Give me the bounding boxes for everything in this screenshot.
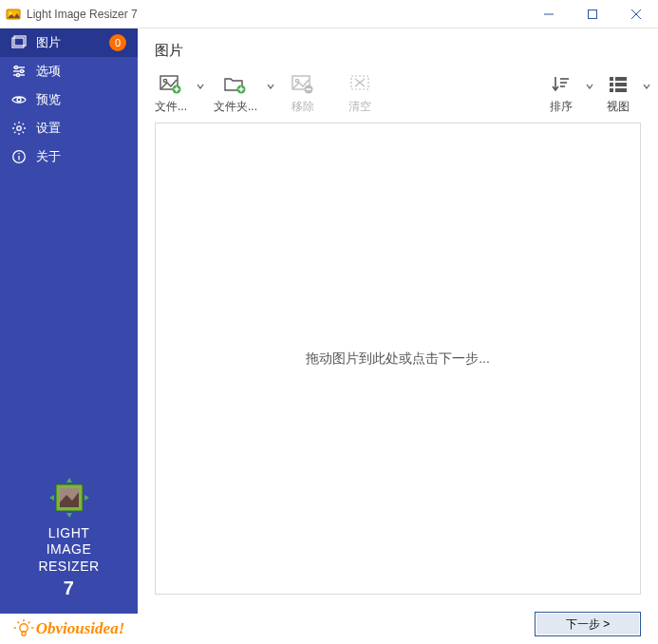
- svg-point-12: [21, 70, 24, 73]
- product-name-line1: LIGHT: [0, 525, 138, 542]
- sidebar-item-images[interactable]: 图片 0: [0, 28, 138, 57]
- app-icon: [6, 7, 21, 22]
- svg-point-18: [18, 153, 20, 155]
- toolbar-label: 清空: [348, 99, 371, 115]
- product-logo: LIGHT IMAGE RESIZER 7: [0, 476, 138, 615]
- svg-rect-3: [589, 10, 597, 19]
- product-version: 7: [0, 577, 138, 600]
- svg-point-14: [17, 98, 21, 102]
- sidebar-item-preview[interactable]: 预览: [0, 85, 138, 114]
- sidebar-item-label: 设置: [36, 120, 61, 137]
- sliders-icon: [11, 64, 27, 79]
- lightbulb-icon: [13, 618, 34, 639]
- clear-button[interactable]: 清空: [341, 73, 379, 115]
- gear-icon: [11, 121, 27, 136]
- maximize-button[interactable]: [571, 0, 614, 28]
- sidebar-item-label: 关于: [36, 148, 61, 165]
- remove-button[interactable]: 移除: [284, 73, 322, 115]
- toolbar-label: 文件夹...: [214, 99, 257, 115]
- view-list-icon: [605, 73, 631, 96]
- svg-point-13: [17, 74, 20, 77]
- sidebar: 图片 0 选项 预览 设置 关于: [0, 28, 138, 644]
- chevron-down-icon: [267, 80, 274, 93]
- sidebar-nav: 图片 0 选项 预览 设置 关于: [0, 28, 138, 171]
- images-icon: [11, 35, 27, 50]
- close-button[interactable]: [614, 0, 658, 28]
- svg-rect-49: [610, 83, 613, 86]
- brand-text: Obviousidea!: [36, 619, 125, 638]
- toolbar: 文件... 文件夹... 移除 清空: [138, 69, 658, 123]
- product-logo-icon: [47, 476, 91, 520]
- next-button[interactable]: 下一步 >: [535, 612, 641, 636]
- folder-add-icon: [222, 73, 249, 96]
- chevron-down-icon: [586, 80, 593, 93]
- sidebar-item-about[interactable]: 关于: [0, 142, 138, 171]
- window-controls: [527, 0, 658, 28]
- info-icon: [11, 149, 27, 164]
- sidebar-item-options[interactable]: 选项: [0, 57, 138, 85]
- brand-strip[interactable]: Obviousidea!: [0, 614, 138, 644]
- chevron-down-icon: [197, 80, 204, 93]
- svg-point-29: [163, 79, 166, 82]
- product-name-line2: IMAGE: [0, 541, 138, 559]
- svg-point-15: [17, 126, 21, 130]
- svg-rect-52: [615, 88, 627, 92]
- svg-rect-48: [615, 77, 627, 81]
- svg-rect-50: [615, 83, 627, 86]
- drop-area[interactable]: 拖动图片到此处或点击下一步...: [155, 123, 641, 595]
- footer: 下一步 >: [138, 604, 658, 644]
- eye-icon: [11, 92, 27, 107]
- clear-icon: [347, 73, 373, 96]
- sidebar-item-label: 选项: [36, 63, 61, 80]
- sidebar-item-label: 图片: [36, 34, 61, 51]
- svg-line-26: [28, 622, 30, 624]
- product-name-line3: RESIZER: [0, 559, 138, 576]
- sort-button[interactable]: 排序: [546, 73, 584, 115]
- chevron-down-icon: [643, 80, 650, 93]
- title-bar: Light Image Resizer 7: [0, 0, 658, 28]
- window-title: Light Image Resizer 7: [27, 8, 138, 21]
- toolbar-label: 排序: [550, 99, 573, 115]
- svg-rect-47: [610, 77, 613, 81]
- svg-rect-27: [22, 632, 26, 635]
- page-title: 图片: [138, 28, 658, 69]
- svg-point-11: [15, 66, 18, 69]
- svg-line-25: [17, 622, 19, 624]
- view-button[interactable]: 视图: [603, 73, 641, 115]
- svg-point-37: [295, 79, 298, 82]
- drop-hint-text: 拖动图片到此处或点击下一步...: [306, 350, 490, 368]
- sidebar-item-settings[interactable]: 设置: [0, 114, 138, 142]
- toolbar-label: 视图: [607, 99, 630, 115]
- toolbar-label: 文件...: [155, 99, 187, 115]
- images-count-badge: 0: [109, 34, 126, 51]
- minimize-button[interactable]: [527, 0, 571, 28]
- sort-icon: [548, 73, 574, 96]
- sidebar-item-label: 预览: [36, 91, 61, 108]
- image-remove-icon: [290, 73, 316, 96]
- svg-point-21: [20, 624, 28, 632]
- add-file-button[interactable]: 文件...: [155, 73, 195, 115]
- main-panel: 图片 文件... 文件夹... 移除: [138, 28, 658, 644]
- svg-rect-51: [610, 88, 613, 92]
- file-add-icon: [158, 73, 184, 96]
- toolbar-label: 移除: [291, 99, 314, 115]
- add-folder-button[interactable]: 文件夹...: [214, 73, 265, 115]
